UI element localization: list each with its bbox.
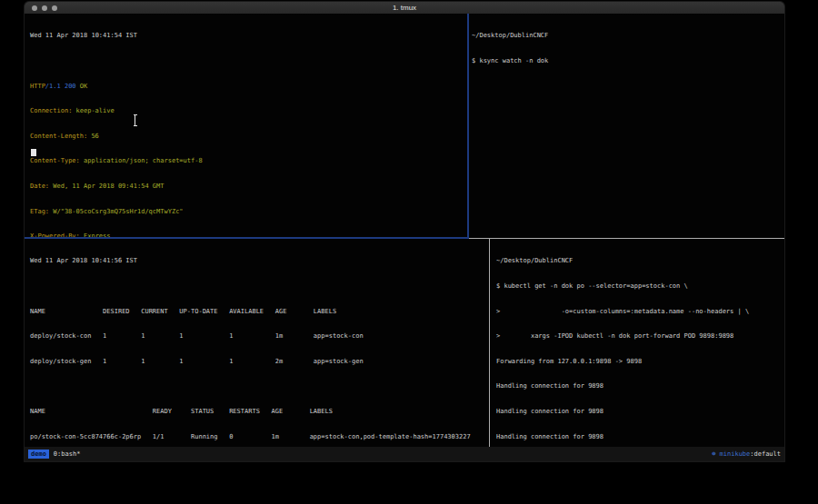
output-line: Forwarding from 127.0.0.1:9898 -> 9898 xyxy=(496,358,788,366)
timestamp-line: Wed 11 Apr 2018 10:41:54 IST xyxy=(30,32,470,40)
pod-table-header: NAME READY STATUS RESTARTS AGE LABELS xyxy=(30,408,492,416)
command-line: $ ksync watch -n dok xyxy=(472,57,784,65)
pane-kubectl-resources[interactable]: Wed 11 Apr 2018 10:41:56 IST NAME DESIRE… xyxy=(26,239,492,448)
terminal-window: 1. tmux Wed 11 Apr 2018 10:41:54 IST HTT… xyxy=(25,2,784,461)
http-header-line: Content-Type:application/json; charset=u… xyxy=(30,157,470,165)
command-continuation-line: > xargs -IPOD kubectl -n dok port-forwar… xyxy=(496,332,788,341)
cwd-line: ~/Desktop/DublinCNCF xyxy=(496,257,788,265)
table-row: deploy/stock-con 1 1 1 1 1m app=stock-co… xyxy=(30,332,492,341)
table-row: deploy/stock-gen 1 1 1 1 2m app=stock-ge… xyxy=(30,358,492,366)
pane-divider-vertical-bottom[interactable] xyxy=(489,239,490,447)
http-header-line: Date:Wed, 11 Apr 2018 09:41:54 GMT xyxy=(30,183,470,191)
output-line: Handling connection for 9898 xyxy=(496,433,788,441)
pane-http-response[interactable]: Wed 11 Apr 2018 10:41:54 IST HTTP/1.1 20… xyxy=(26,14,470,239)
http-status-line: HTTP/1.1 200OK xyxy=(30,83,470,91)
kube-context-name: minikube xyxy=(720,450,751,458)
terminal-cursor xyxy=(31,149,36,156)
session-name-badge[interactable]: demo xyxy=(28,450,49,459)
table-row: po/stock-con-5cc874766c-2p6rp 1/1 Runnin… xyxy=(30,433,492,441)
http-header-line: Content-Length:56 xyxy=(30,133,470,141)
command-continuation-line: > -o=custom-columns=:metadata.name --no-… xyxy=(496,308,788,316)
window-titlebar[interactable]: 1. tmux xyxy=(25,2,784,14)
pane-ksync[interactable]: ~/Desktop/DublinCNCF $ ksync watch -n do… xyxy=(470,14,784,239)
status-right: ☸ minikube:default xyxy=(712,450,781,458)
pane-port-forward[interactable]: ~/Desktop/DublinCNCF $ kubectl get -n do… xyxy=(491,239,788,448)
http-header-line: Connection:keep-alive xyxy=(30,107,470,115)
pane-divider-horizontal-right[interactable] xyxy=(469,238,784,239)
command-line: $ kubectl get -n dok po --selector=app=s… xyxy=(496,282,788,291)
timestamp-line: Wed 11 Apr 2018 10:41:56 IST xyxy=(30,257,492,265)
pane-divider-vertical-top[interactable] xyxy=(467,14,469,238)
deploy-table-header: NAME DESIRED CURRENT UP-TO-DATE AVAILABL… xyxy=(30,308,492,316)
window-title: 1. tmux xyxy=(25,4,784,12)
http-header-line: ETag:W/"38-05coCsrg3mQ75sHr1d/qcMTwYZc" xyxy=(30,208,470,216)
cwd-line: ~/Desktop/DublinCNCF xyxy=(472,32,784,40)
output-line: Handling connection for 9898 xyxy=(496,382,788,390)
window-list-item-active[interactable]: 0:bash* xyxy=(54,450,81,458)
kube-namespace: :default xyxy=(750,450,781,458)
pane-divider-horizontal-left[interactable] xyxy=(25,237,469,239)
mouse-cursor-ibeam xyxy=(133,114,137,126)
output-line: Handling connection for 9898 xyxy=(496,408,788,416)
tmux-status-bar: demo 0:bash* ☸ minikube:default xyxy=(25,447,784,461)
